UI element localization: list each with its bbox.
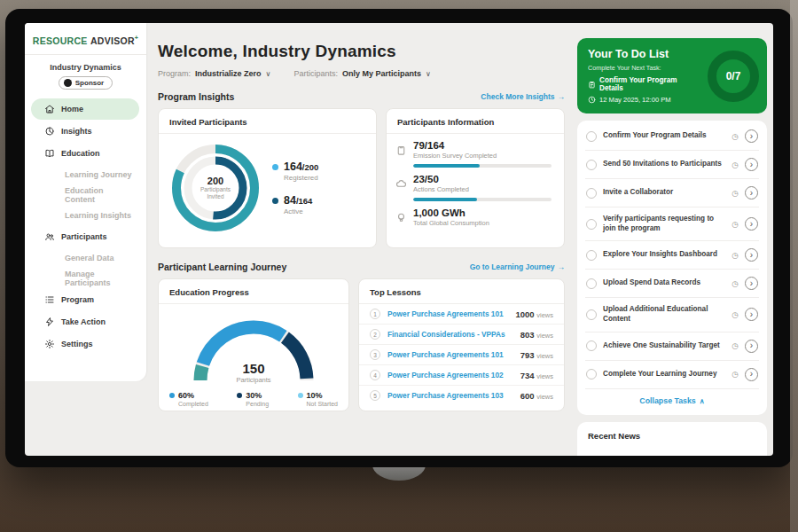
lesson-row: 3 Power Purchase Agreements 101 793 view… (359, 345, 564, 365)
gauge-legend-item: 10% Not Started (298, 391, 338, 407)
task-chevron-button[interactable]: › (745, 277, 758, 290)
sidebar-item-home[interactable]: Home (31, 98, 139, 120)
lesson-rank-badge: 4 (370, 370, 380, 380)
lesson-link[interactable]: Power Purchase Agreements 101 (387, 309, 508, 318)
sponsor-badge[interactable]: Sponsor (59, 76, 113, 90)
task-label: Confirm Your Program Details (603, 131, 725, 141)
task-checkbox[interactable] (586, 250, 597, 261)
task-checkbox[interactable] (586, 309, 597, 320)
sidebar-item-program[interactable]: Program (31, 289, 139, 310)
info-value: 23/50 (413, 174, 552, 184)
lesson-row: 2 Financial Considerations - VPPAs 803 v… (359, 325, 564, 345)
lesson-views-count: 600 (520, 391, 535, 401)
lesson-views-count: 734 (520, 371, 535, 380)
donut-center-value: 200 (207, 176, 223, 186)
collapse-tasks-link[interactable]: Collapse Tasks∧ (585, 389, 759, 413)
clock-icon: ◷ (732, 132, 739, 141)
todo-subtitle: Complete Your Next Task: (588, 64, 696, 72)
task-checkbox[interactable] (586, 340, 597, 351)
sidebar-item-settings[interactable]: Settings (31, 333, 139, 355)
lesson-views-word: views (536, 332, 553, 340)
task-checkbox[interactable] (586, 369, 597, 379)
todo-task-row: Send 50 Invitations to Participants ◷ › (585, 151, 759, 179)
sidebar: RESOURCE ADVISOR+ Industry Dynamics Spon… (25, 23, 146, 381)
go-to-learning-journey-link[interactable]: Go to Learning Journey→ (470, 262, 565, 271)
legend-label: Registered (284, 174, 318, 182)
gauge-center-value: 150 (187, 361, 320, 376)
card-title: Invited Participants (159, 109, 376, 134)
sidebar-item-label: Take Action (61, 317, 106, 326)
todo-title: Your To Do List (588, 48, 696, 60)
lesson-link[interactable]: Power Purchase Agreements 102 (387, 371, 513, 379)
top-lessons-card: Top Lessons 1 Power Purchase Agreements … (358, 278, 565, 411)
lesson-rank-badge: 3 (370, 349, 380, 360)
sidebar-item-label: Manage Participants (65, 270, 134, 287)
lesson-views-word: views (536, 372, 553, 380)
invited-participants-card: Invited Participants 200 (158, 108, 377, 248)
task-chevron-button[interactable]: › (745, 217, 758, 231)
legend-percent: 60% (178, 391, 208, 400)
program-filter-dropdown[interactable]: Program: Industrialize Zero ∨ (158, 69, 270, 78)
info-label: Total Global Consumption (413, 219, 552, 227)
clock-icon: ◷ (732, 310, 739, 319)
progress-bar-fill (413, 198, 477, 201)
sidebar-item-learning-insights[interactable]: Learning Insights (31, 206, 139, 225)
sidebar-item-take-action[interactable]: Take Action (31, 311, 139, 332)
sidebar-item-insights[interactable]: Insights (31, 121, 139, 142)
task-chevron-button[interactable]: › (745, 129, 758, 143)
sponsor-dot-icon (64, 79, 72, 87)
task-chevron-button[interactable]: › (745, 248, 758, 262)
participants-icon (44, 231, 55, 242)
legend-label: Pending (246, 401, 269, 407)
participants-filter-dropdown[interactable]: Participants: Only My Participants ∨ (293, 69, 430, 78)
legend-total: /200 (302, 162, 319, 172)
sidebar-item-participants[interactable]: Participants (31, 226, 139, 247)
progress-bar (413, 164, 552, 168)
lesson-link[interactable]: Power Purchase Agreements 103 (387, 391, 513, 400)
sidebar-item-manage-participants[interactable]: Manage Participants (31, 269, 139, 288)
sidebar-item-label: Education Content (65, 186, 134, 204)
task-chevron-button[interactable]: › (745, 186, 758, 200)
task-label: Upload Spend Data Records (603, 278, 725, 288)
energy-icon (395, 211, 407, 223)
todo-task-row: Upload Spend Data Records ◷ › (585, 270, 759, 298)
lesson-views-count: 1000 (515, 309, 534, 319)
program-insights-title: Program Insights (158, 91, 234, 102)
todo-task-row: Upload Additional Educational Content ◷ … (585, 298, 759, 332)
legend-label: Completed (178, 401, 208, 407)
task-checkbox[interactable] (586, 219, 597, 230)
task-chevron-button[interactable]: › (745, 308, 758, 321)
task-chevron-button[interactable]: › (745, 158, 758, 171)
task-checkbox[interactable] (586, 160, 597, 170)
chevron-down-icon: ∨ (266, 70, 271, 78)
task-chevron-button[interactable]: › (745, 340, 758, 353)
gauge-legend-item: 60% Completed (169, 391, 208, 407)
participants-information-card: Participants Information 79/164 Emission… (386, 108, 565, 248)
task-checkbox[interactable] (586, 278, 597, 289)
task-checkbox[interactable] (586, 188, 597, 199)
sidebar-item-general-data[interactable]: General Data (31, 248, 139, 268)
sidebar-item-education[interactable]: Education (31, 143, 139, 164)
task-chevron-button[interactable]: › (745, 368, 758, 381)
sidebar-item-education-content[interactable]: Education Content (31, 185, 139, 205)
progress-bar-fill (413, 164, 480, 168)
lesson-link[interactable]: Power Purchase Agreements 101 (387, 350, 513, 359)
recent-news-card: Recent News (577, 422, 767, 456)
todo-next-task: Confirm Your Program Details (599, 76, 696, 92)
education-progress-card: Education Progress 150 Participants (158, 278, 349, 411)
take-action-icon (44, 317, 55, 327)
sidebar-item-learning-journey[interactable]: Learning Journey (31, 165, 139, 184)
donut-center-label: Participants Invited (192, 186, 239, 201)
clock-icon: ◷ (732, 160, 739, 169)
legend-value: 84 (284, 194, 296, 207)
task-checkbox[interactable] (586, 131, 597, 142)
clock-icon: ◷ (732, 370, 739, 379)
legend-dot-icon (272, 198, 278, 204)
lesson-link[interactable]: Financial Considerations - VPPAs (387, 330, 513, 339)
task-label: Achieve One Sustainability Target (603, 341, 725, 351)
clock-icon: ◷ (732, 279, 739, 288)
clock-icon: ◷ (732, 251, 739, 260)
check-more-insights-link[interactable]: Check More Insights→ (481, 92, 565, 101)
legend-label: Active (284, 207, 312, 215)
legend-percent: 30% (246, 391, 269, 400)
